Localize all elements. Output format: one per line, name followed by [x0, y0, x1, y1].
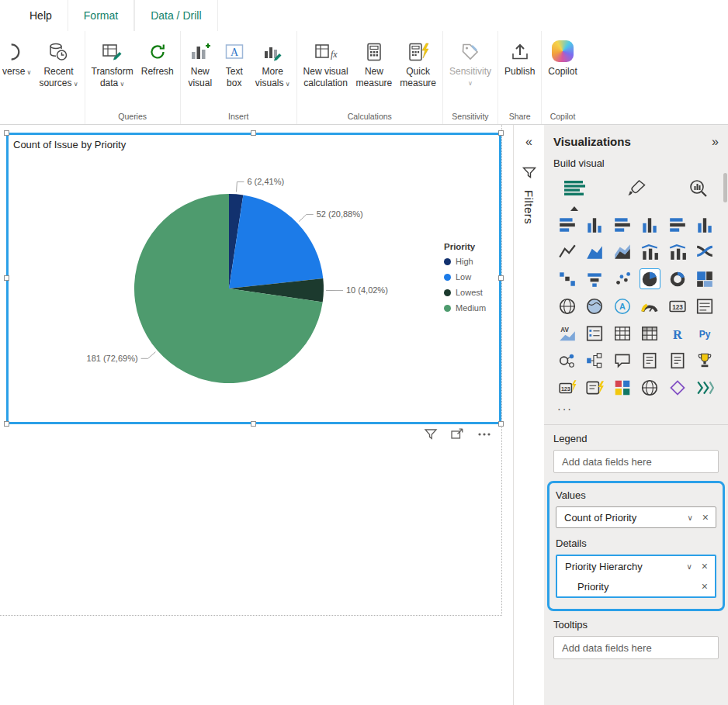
pane-tab-build-visual[interactable] [563, 179, 586, 201]
recent-sources-button[interactable]: Recentsources ∨ [35, 37, 81, 92]
details-hierarchy-pill[interactable]: Priority Hierarchy ∨ × Priority × [556, 555, 716, 598]
visual-icon-r-script-visual[interactable]: R [667, 323, 688, 344]
chevron-down-icon[interactable]: ∨ [681, 513, 698, 522]
copilot-button[interactable]: Copilot [544, 37, 581, 79]
visual-icon-new-card[interactable]: 123 [556, 377, 577, 398]
filters-pane-collapsed: « Filters [513, 125, 544, 705]
visual-icon-arcgis-map[interactable] [640, 377, 660, 398]
ribbon-tab-format[interactable]: Format [68, 0, 134, 31]
text-box-button[interactable]: ATextbox [217, 37, 251, 91]
visual-icon-power-apps[interactable] [612, 377, 633, 398]
visual-icon-stacked-bar-chart[interactable] [556, 214, 577, 235]
visual-icon-matrix[interactable] [640, 323, 660, 344]
visual-icon-line-chart[interactable] [556, 241, 577, 262]
visual-icon-treemap[interactable] [695, 268, 716, 289]
legend-item-high[interactable]: High [444, 257, 486, 266]
visual-icon-stacked-area-chart[interactable] [612, 241, 633, 262]
filter-icon[interactable] [424, 427, 438, 441]
visual-icon-scatter-chart[interactable] [612, 268, 633, 289]
pie-slice-low[interactable] [229, 195, 323, 289]
visual-icon-power-automate[interactable] [695, 377, 716, 398]
hierarchy-field-row[interactable]: Priority Hierarchy ∨ × [557, 556, 715, 576]
expand-filters-button[interactable]: « [525, 136, 532, 148]
visual-icon-paginated-report[interactable] [667, 350, 688, 371]
visual-icon-qa-visual[interactable] [612, 350, 633, 371]
visual-icon-hundred-percent-stacked-column-chart[interactable] [695, 214, 716, 235]
dataverse-button[interactable]: verse ∨ [2, 37, 35, 80]
resize-handle-e[interactable] [498, 275, 504, 281]
chevron-down-icon[interactable]: ∨ [681, 562, 697, 571]
legend-well-dropzone[interactable]: Add data fields here [553, 450, 719, 473]
visual-icon-pie-chart[interactable] [640, 268, 660, 289]
tooltips-well-dropzone[interactable]: Add data fields here [553, 636, 719, 659]
visual-icon-clustered-column-chart[interactable] [640, 214, 660, 235]
visual-icon-python-visual[interactable]: Py [695, 323, 716, 344]
visual-icon-line-and-stacked-column-chart[interactable] [640, 241, 660, 262]
more-visuals-button[interactable]: Morevisuals ∨ [251, 37, 294, 92]
visual-icon-smart-narrative[interactable] [640, 350, 660, 371]
visual-icon-stacked-column-chart[interactable] [584, 214, 605, 235]
remove-field-icon[interactable]: × [698, 580, 710, 593]
resize-handle-nw[interactable] [4, 130, 9, 136]
visual-icon-azure-map[interactable]: A [612, 295, 633, 316]
quick-measure-button[interactable]: Quickmeasure [396, 37, 440, 91]
collapse-visualizations-button[interactable]: » [712, 136, 719, 148]
new-visual-calculation-button[interactable]: fxNew visualcalculation [300, 37, 352, 91]
visual-icon-area-chart[interactable] [584, 241, 605, 262]
visual-icon-table[interactable] [612, 323, 633, 344]
visual-icon-donut-chart[interactable] [667, 268, 688, 289]
visual-icon-funnel-chart[interactable] [584, 268, 605, 289]
pie-chart[interactable]: 6 (2,41%)52 (20,88%)10 (4,02%)181 (72,69… [9, 135, 499, 422]
more-options-icon[interactable] [477, 427, 492, 441]
sensitivity-button[interactable]: Sensitivity∨ [445, 37, 495, 91]
resize-handle-se[interactable] [498, 421, 504, 427]
refresh-button[interactable]: Refresh [137, 37, 178, 79]
visual-icon-ribbon-chart[interactable] [695, 241, 716, 262]
visual-icon-new-slicer[interactable] [584, 377, 605, 398]
publish-button[interactable]: Publish [501, 37, 539, 79]
remove-field-icon[interactable]: × [698, 560, 710, 572]
visual-icon-card[interactable]: 123 [667, 295, 688, 316]
values-field-pill[interactable]: Count of Priority ∨ × [556, 506, 716, 528]
hierarchy-level-row[interactable]: Priority × [557, 576, 715, 596]
visual-icon-clustered-bar-chart[interactable] [612, 214, 633, 235]
field-pill-text: Priority [577, 581, 698, 593]
visual-icon-gauge[interactable] [640, 295, 660, 316]
remove-field-icon[interactable]: × [699, 511, 711, 524]
legend-item-medium[interactable]: Medium [444, 303, 486, 313]
visual-icon-metrics[interactable] [695, 350, 716, 371]
visual-icon-slicer[interactable] [584, 323, 605, 344]
pie-chart-visual[interactable]: Count of Issue by Priority 6 (2,41%)52 (… [6, 133, 501, 424]
ribbon-tab-help[interactable]: Help [14, 0, 68, 31]
resize-handle-sw[interactable] [4, 421, 9, 427]
legend-item-lowest[interactable]: Lowest [444, 288, 486, 297]
new-measure-button[interactable]: Newmeasure [352, 37, 397, 91]
ribbon-tab-data-drill[interactable]: Data / Drill [134, 0, 217, 31]
focus-mode-icon[interactable] [450, 427, 464, 441]
scrollbar-thumb[interactable] [723, 173, 727, 202]
report-canvas[interactable]: Count of Issue by Priority 6 (2,41%)52 (… [0, 125, 513, 705]
ribbon-button-label: Transformdata ∨ [92, 66, 133, 90]
legend-swatch-icon [444, 305, 451, 312]
visual-icon-waterfall-chart[interactable] [556, 268, 577, 289]
transform-data-button[interactable]: Transformdata ∨ [88, 37, 137, 92]
visual-icon-shape[interactable] [667, 377, 688, 398]
pie-data-label: 52 (20,88%) [317, 209, 363, 219]
new-visual-button[interactable]: Newvisual [183, 37, 217, 91]
visual-icon-line-and-clustered-column-chart[interactable] [667, 241, 688, 262]
legend-item-low[interactable]: Low [444, 272, 486, 282]
visual-icon-hundred-percent-stacked-bar-chart[interactable] [667, 214, 688, 235]
visual-icon-decomposition-tree[interactable] [584, 350, 605, 371]
resize-handle-n[interactable] [251, 130, 256, 136]
pane-tab-format-visual[interactable] [626, 178, 648, 202]
visual-icon-multi-row-card[interactable] [695, 295, 716, 316]
resize-handle-s[interactable] [251, 421, 256, 427]
visual-icon-map[interactable] [556, 295, 577, 316]
visual-icon-key-influencers[interactable] [556, 350, 577, 371]
pane-tab-add-analytics[interactable] [688, 178, 709, 202]
visual-icon-kpi[interactable]: AV [556, 323, 577, 344]
resize-handle-ne[interactable] [498, 130, 504, 136]
resize-handle-w[interactable] [4, 275, 9, 281]
more-visual-options-button[interactable]: ··· [544, 398, 728, 421]
visual-icon-filled-map[interactable] [584, 295, 605, 316]
